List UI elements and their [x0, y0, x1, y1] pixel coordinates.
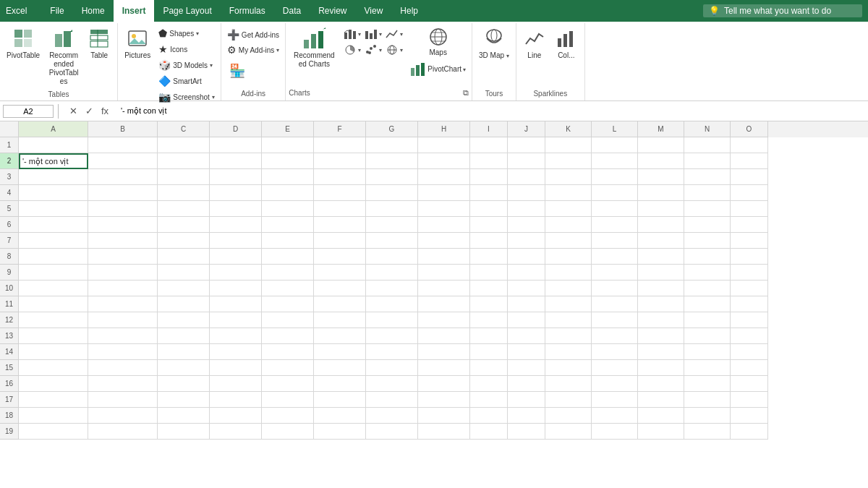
- cell-N4[interactable]: [684, 185, 731, 201]
- cell-J6[interactable]: [508, 217, 545, 233]
- cell-C19[interactable]: [158, 424, 210, 440]
- cell-E3[interactable]: [262, 169, 314, 185]
- cell-I11[interactable]: [470, 296, 508, 312]
- row-header-2[interactable]: 2: [0, 153, 18, 169]
- cell-H4[interactable]: [418, 185, 470, 201]
- cell-G12[interactable]: [366, 312, 418, 328]
- row-header-3[interactable]: 3: [0, 169, 18, 185]
- col-header-M[interactable]: M: [638, 121, 684, 137]
- cell-name-box[interactable]: [3, 105, 54, 118]
- cell-M15[interactable]: [638, 360, 684, 376]
- cell-N17[interactable]: [684, 392, 731, 408]
- cell-A4[interactable]: [19, 185, 88, 201]
- cell-N10[interactable]: [684, 281, 731, 296]
- cell-A12[interactable]: [19, 312, 88, 328]
- cell-O12[interactable]: [731, 312, 768, 328]
- cell-O7[interactable]: [731, 233, 768, 249]
- cell-J1[interactable]: [508, 137, 545, 153]
- shapes-button[interactable]: ⬟ Shapes ▾: [156, 26, 218, 40]
- cell-M9[interactable]: [638, 265, 684, 281]
- cell-H9[interactable]: [418, 265, 470, 281]
- cell-F18[interactable]: [314, 408, 366, 424]
- cell-A13[interactable]: [19, 328, 88, 344]
- cell-I8[interactable]: [470, 249, 508, 265]
- cell-G16[interactable]: [366, 376, 418, 392]
- cell-N11[interactable]: [684, 296, 731, 312]
- cell-J7[interactable]: [508, 233, 545, 249]
- cell-K11[interactable]: [545, 296, 592, 312]
- cell-A5[interactable]: [19, 201, 88, 217]
- row-header-7[interactable]: 7: [0, 233, 18, 249]
- cell-L16[interactable]: [592, 376, 638, 392]
- cell-I14[interactable]: [470, 344, 508, 360]
- 3d-map-button[interactable]: 3D Map ▾: [475, 25, 513, 62]
- cell-O8[interactable]: [731, 249, 768, 265]
- row-header-17[interactable]: 17: [0, 392, 18, 408]
- cell-F7[interactable]: [314, 233, 366, 249]
- cell-B19[interactable]: [88, 424, 158, 440]
- cell-G18[interactable]: [366, 408, 418, 424]
- cell-H12[interactable]: [418, 312, 470, 328]
- cell-D1[interactable]: [210, 137, 262, 153]
- cell-A3[interactable]: [19, 169, 88, 185]
- cell-O17[interactable]: [731, 392, 768, 408]
- row-header-19[interactable]: 19: [0, 424, 18, 440]
- cell-B9[interactable]: [88, 265, 158, 281]
- cell-A11[interactable]: [19, 296, 88, 312]
- cell-A14[interactable]: [19, 344, 88, 360]
- cell-G10[interactable]: [366, 281, 418, 296]
- cell-H15[interactable]: [418, 360, 470, 376]
- cell-A15[interactable]: [19, 360, 88, 376]
- smartart-button[interactable]: 🔷 SmartArt: [156, 74, 218, 88]
- cell-I7[interactable]: [470, 233, 508, 249]
- cell-K12[interactable]: [545, 312, 592, 328]
- cell-C3[interactable]: [158, 169, 210, 185]
- cell-O19[interactable]: [731, 424, 768, 440]
- col-header-L[interactable]: L: [592, 121, 638, 137]
- col-header-K[interactable]: K: [545, 121, 592, 137]
- cell-N19[interactable]: [684, 424, 731, 440]
- cell-A2[interactable]: '- một con vịt: [19, 153, 88, 169]
- cell-F14[interactable]: [314, 344, 366, 360]
- cell-I17[interactable]: [470, 392, 508, 408]
- cell-N12[interactable]: [684, 312, 731, 328]
- cell-E1[interactable]: [262, 137, 314, 153]
- cell-F6[interactable]: [314, 217, 366, 233]
- cell-O14[interactable]: [731, 344, 768, 360]
- row-header-12[interactable]: 12: [0, 312, 18, 328]
- cell-L15[interactable]: [592, 360, 638, 376]
- row-header-16[interactable]: 16: [0, 376, 18, 392]
- cell-M7[interactable]: [638, 233, 684, 249]
- cell-O18[interactable]: [731, 408, 768, 424]
- cell-N15[interactable]: [684, 360, 731, 376]
- column-sparkline-button[interactable]: Col...: [551, 25, 582, 62]
- cell-M6[interactable]: [638, 217, 684, 233]
- cell-F17[interactable]: [314, 392, 366, 408]
- cell-C4[interactable]: [158, 185, 210, 201]
- cell-E7[interactable]: [262, 233, 314, 249]
- bar-chart-button[interactable]: ▾: [342, 27, 362, 41]
- ribbon-tab-home[interactable]: Home: [73, 0, 114, 22]
- cell-E2[interactable]: [262, 153, 314, 169]
- cell-C9[interactable]: [158, 265, 210, 281]
- cell-A1[interactable]: [19, 137, 88, 153]
- cell-J10[interactable]: [508, 281, 545, 296]
- cell-M18[interactable]: [638, 408, 684, 424]
- scatter-chart-button[interactable]: ▾: [363, 43, 383, 57]
- cell-F3[interactable]: [314, 169, 366, 185]
- col-header-D[interactable]: D: [210, 121, 262, 137]
- cell-B4[interactable]: [88, 185, 158, 201]
- cell-N1[interactable]: [684, 137, 731, 153]
- cell-F12[interactable]: [314, 312, 366, 328]
- ribbon-tab-formulas[interactable]: Formulas: [221, 0, 274, 22]
- cell-M3[interactable]: [638, 169, 684, 185]
- cell-G17[interactable]: [366, 392, 418, 408]
- table-button[interactable]: Table: [84, 25, 114, 62]
- cell-K8[interactable]: [545, 249, 592, 265]
- cell-A9[interactable]: [19, 265, 88, 281]
- ribbon-tab-insert[interactable]: Insert: [114, 0, 155, 22]
- cell-L4[interactable]: [592, 185, 638, 201]
- cell-G9[interactable]: [366, 265, 418, 281]
- cell-G15[interactable]: [366, 360, 418, 376]
- cell-G4[interactable]: [366, 185, 418, 201]
